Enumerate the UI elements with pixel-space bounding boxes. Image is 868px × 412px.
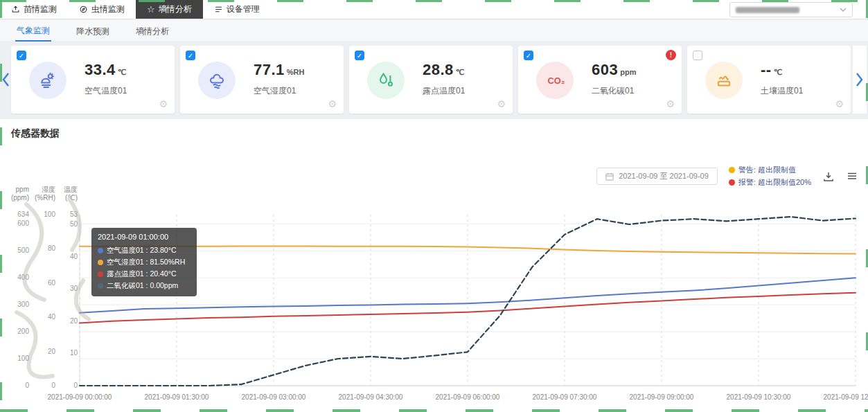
svg-text:(ppm): (ppm) (11, 194, 29, 201)
carousel-prev-button[interactable] (0, 69, 11, 90)
tab-device-manage[interactable]: 设备管理 (203, 0, 271, 19)
svg-text:400: 400 (17, 274, 29, 281)
subtab-soil-analysis[interactable]: 墒情分析 (134, 21, 170, 41)
gear-icon[interactable]: ⚙ (835, 98, 844, 109)
svg-text:2021-09-09 01:30:00: 2021-09-09 01:30:00 (145, 393, 209, 401)
sensor-card-co2[interactable]: ! CO₂ 603ppm 二氧化碳01 ⚙ (518, 46, 682, 114)
masked-select-value (736, 7, 799, 13)
svg-text:30: 30 (70, 285, 78, 292)
compass-icon (79, 5, 88, 14)
svg-text:20: 20 (48, 348, 56, 355)
tab-seedling-monitor[interactable]: 苗情监测 (0, 0, 68, 19)
svg-text:40: 40 (48, 313, 56, 321)
svg-text:2021-09-09 04:30:00: 2021-09-09 04:30:00 (339, 393, 403, 401)
legend-warning: 警告: 超出限制值 (729, 165, 811, 175)
sensor-value: 77.1 (254, 61, 285, 78)
sensor-card-air-humidity[interactable]: 77.1%RH 空气湿度01 ⚙ (180, 46, 344, 114)
date-range-text: 2021-09-09 至 2021-09-09 (619, 171, 709, 181)
sensor-unit: ppm (620, 68, 636, 76)
tooltip-row: 二氧化碳01 : 0.00ppm (98, 280, 191, 292)
warning-dot-icon (729, 167, 735, 173)
soil-icon (705, 62, 743, 99)
svg-text:湿度: 湿度 (42, 186, 55, 193)
sensor-card-air-temp[interactable]: 33.4℃ 空气温度01 ⚙ (11, 46, 175, 114)
svg-text:温度: 温度 (64, 186, 78, 193)
sensor-label: 土壤温度01 (761, 85, 803, 97)
sensor-card-soil-temp[interactable]: --℃ 土壤温度01 ⚙ (687, 46, 851, 114)
download-button[interactable] (822, 170, 835, 183)
svg-text:2021-09-09 09:00:00: 2021-09-09 09:00:00 (630, 393, 694, 401)
gear-icon[interactable]: ⚙ (328, 98, 337, 109)
sensor-value: 28.8 (423, 61, 454, 78)
sensor-value: 603 (592, 61, 618, 78)
base-station-select[interactable] (729, 2, 853, 17)
tab-label: 虫情监测 (91, 3, 125, 15)
svg-text:CO₂: CO₂ (548, 75, 565, 86)
card-checkbox[interactable] (693, 51, 702, 60)
tab-label: 苗情监测 (24, 3, 57, 15)
sensor-card-dew-point[interactable]: 28.8℃ 露点温度01 ⚙ (349, 46, 513, 114)
tab-label: 设备管理 (227, 3, 260, 15)
sensor-cards-row: 33.4℃ 空气温度01 ⚙ 77.1%RH 空气湿度01 ⚙ 28.8℃ 露点… (0, 42, 868, 118)
card-checkbox[interactable] (524, 51, 533, 60)
svg-text:200: 200 (17, 328, 29, 335)
hamburger-icon (846, 170, 858, 183)
svg-text:2021-09-09 12:00:00: 2021-09-09 12:00:00 (824, 393, 868, 401)
svg-text:2021-09-09 07:30:00: 2021-09-09 07:30:00 (533, 393, 597, 401)
tooltip-row: 空气湿度01 : 81.50%RH (98, 256, 191, 268)
chevron-right-icon (856, 72, 864, 87)
star-icon: ☆ (147, 5, 155, 14)
subtab-weather-monitor[interactable]: 气象监测 (15, 20, 51, 42)
tab-soil-analysis[interactable]: ☆ 墒情分析 (136, 0, 203, 19)
svg-text:2021-09-09 00:00:00: 2021-09-09 00:00:00 (48, 393, 112, 401)
top-navbar: 苗情监测 虫情监测 ☆ 墒情分析 设备管理 (0, 0, 868, 19)
sensor-chart[interactable]: 2021-09-09 00:00:002021-09-09 01:30:0020… (0, 183, 868, 412)
svg-text:10: 10 (70, 349, 78, 357)
chart-type-menu-button[interactable] (846, 170, 858, 183)
svg-text:ppm: ppm (16, 186, 29, 193)
dew-point-icon (367, 62, 405, 99)
sensor-label: 二氧化碳01 (592, 85, 636, 97)
card-checkbox[interactable] (186, 51, 195, 60)
card-checkbox[interactable] (355, 51, 364, 60)
svg-text:2021-09-09 03:00:00: 2021-09-09 03:00:00 (242, 393, 306, 401)
humidity-icon (198, 62, 236, 99)
sensor-unit: %RH (287, 68, 305, 76)
svg-text:2021-09-09 06:00:00: 2021-09-09 06:00:00 (436, 393, 500, 401)
svg-text:40: 40 (70, 253, 78, 260)
card-checkbox[interactable] (17, 51, 26, 60)
svg-text:634: 634 (17, 211, 29, 218)
sensor-unit: ℃ (118, 68, 126, 76)
tooltip-timestamp: 2021-09-09 01:00:00 (98, 233, 191, 241)
gear-icon[interactable]: ⚙ (497, 98, 506, 109)
date-range-picker[interactable]: 2021-09-09 至 2021-09-09 (596, 168, 718, 185)
co2-icon: CO₂ (536, 62, 574, 99)
tooltip-row: 空气温度01 : 23.80°C (98, 244, 191, 256)
alarm-badge: ! (666, 50, 676, 60)
svg-text:80: 80 (48, 244, 56, 252)
svg-text:0: 0 (51, 382, 55, 389)
svg-text:2021-09-09 10:30:00: 2021-09-09 10:30:00 (727, 393, 791, 401)
svg-text:50: 50 (70, 220, 78, 228)
upload-icon (11, 5, 20, 14)
carousel-next-button[interactable] (853, 46, 867, 114)
gear-icon[interactable]: ⚙ (666, 98, 675, 109)
svg-text:0: 0 (73, 382, 78, 389)
sensor-value: -- (761, 61, 772, 78)
gear-icon[interactable]: ⚙ (159, 98, 168, 109)
svg-text:100: 100 (17, 355, 29, 362)
svg-text:53: 53 (70, 211, 78, 218)
line-chart-canvas[interactable]: 2021-09-09 00:00:002021-09-09 01:30:0020… (0, 183, 868, 412)
sensor-unit: ℃ (774, 68, 782, 76)
svg-text:300: 300 (17, 301, 29, 308)
calendar-icon (605, 172, 614, 181)
tab-pest-monitor[interactable]: 虫情监测 (68, 0, 136, 19)
sensor-data-panel: 传感器数据 2021-09-09 至 2021-09-09 警告: 超出限制值 … (0, 119, 868, 412)
sensor-label: 空气湿度01 (254, 85, 305, 97)
sun-cloud-icon (29, 62, 67, 99)
chevron-left-icon (1, 72, 10, 87)
subtab-precip-forecast[interactable]: 降水预测 (75, 21, 111, 41)
svg-text:20: 20 (70, 317, 78, 325)
download-icon (822, 170, 835, 183)
svg-text:(%RH): (%RH) (35, 194, 55, 201)
